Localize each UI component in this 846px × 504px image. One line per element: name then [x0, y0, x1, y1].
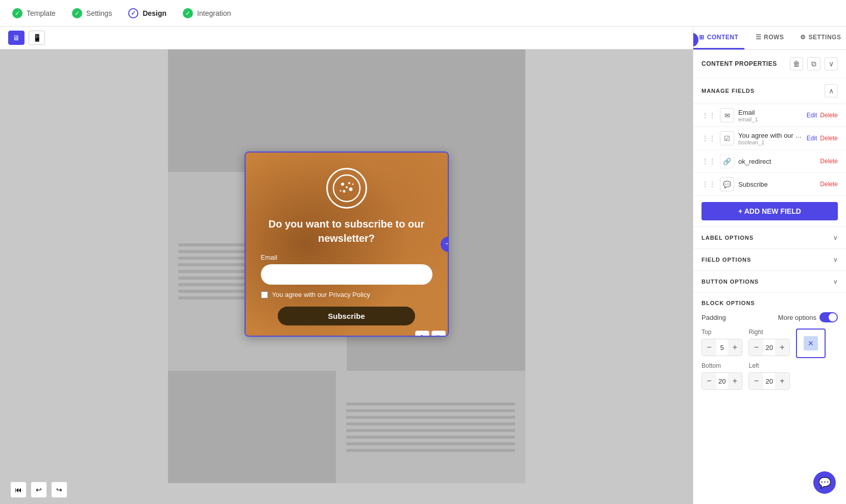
email-field-info: Email email_1 [738, 109, 803, 122]
padding-bottom-minus[interactable]: − [702, 373, 716, 389]
line-row [346, 449, 515, 452]
tab-content[interactable]: ⊞ CONTENT [693, 27, 744, 49]
padding-left-label: Left [748, 362, 789, 369]
drag-handle-redirect[interactable]: ⋮⋮ [702, 157, 716, 165]
content-tab-icon: ⊞ [699, 34, 705, 41]
tab-bar: ⊞ CONTENT ☰ ROWS ⚙ SETTINGS [693, 27, 846, 50]
padding-top-stepper: − 5 + [702, 339, 742, 356]
padding-right-minus[interactable]: − [749, 339, 763, 356]
rows-tab-icon: ☰ [756, 34, 762, 41]
boolean-delete-link[interactable]: Delete [820, 135, 838, 142]
popup-email-input[interactable] [261, 264, 432, 285]
button-options-header[interactable]: BUTTON OPTIONS ∨ [693, 271, 846, 292]
redirect-field-actions: Delete [820, 158, 838, 165]
bottom-gray-block [168, 371, 525, 483]
nav-step-settings-label: Settings [86, 9, 112, 17]
boolean-field-key: boolean_1 [738, 139, 803, 145]
content-properties-collapse-button[interactable]: ∨ [825, 57, 838, 70]
settings-tab-icon: ⚙ [800, 34, 806, 41]
padding-right-stepper: − 20 + [748, 339, 789, 356]
popup-delete-button[interactable]: 🗑 [415, 331, 429, 337]
svg-point-5 [346, 186, 348, 188]
email-field-actions: Edit Delete [807, 112, 838, 119]
padding-right-plus[interactable]: + [775, 339, 789, 356]
email-edit-link[interactable]: Edit [807, 112, 817, 119]
redo-button[interactable]: ↪ [51, 482, 67, 498]
tab-rows[interactable]: ☰ ROWS [744, 27, 795, 49]
drag-handle-subscribe[interactable]: ⋮⋮ [702, 180, 716, 188]
mobile-view-button[interactable]: 📱 [29, 31, 45, 45]
chat-fab-button[interactable]: 💬 [813, 471, 836, 494]
content-properties-copy-button[interactable]: ⧉ [807, 57, 820, 70]
popup-copy-button[interactable]: ⧉ [431, 331, 446, 337]
desktop-view-button[interactable]: 🖥 [8, 31, 25, 45]
nav-step-design-label: Design [142, 9, 166, 17]
padding-left-plus[interactable]: + [775, 373, 789, 389]
cookie-popup: Do you want to subscribe to our newslett… [245, 152, 449, 337]
redirect-field-info: ok_redirect [738, 158, 816, 165]
drag-handle-email[interactable]: ⋮⋮ [702, 111, 716, 119]
undo-button[interactable]: ↩ [31, 482, 47, 498]
padding-bottom-field: Bottom − 20 + [702, 362, 742, 390]
popup-checkbox-label: You agree with our Privacy Policy [272, 291, 370, 298]
settings-check-icon: ✓ [72, 8, 82, 18]
padding-left-minus[interactable]: − [749, 373, 763, 389]
more-options-row: More options [778, 312, 838, 322]
field-options-section: FIELD OPTIONS ∨ [693, 248, 846, 270]
manage-fields-header: MANAGE FIELDS ∧ [693, 78, 846, 104]
popup-inner: Do you want to subscribe to our newslett… [246, 153, 448, 336]
subscribe-delete-link[interactable]: Delete [820, 181, 838, 188]
undo-history-button[interactable]: ⏮ [10, 482, 27, 498]
content-properties-header: CONTENT PROPERTIES 🗑 ⧉ ∨ [693, 50, 846, 78]
privacy-checkbox[interactable] [261, 291, 268, 298]
field-row-boolean: ⋮⋮ ☑ You agree with our Privacy Policy b… [693, 127, 846, 150]
popup-email-label: Email [261, 254, 278, 261]
content-properties-title: CONTENT PROPERTIES [702, 60, 777, 67]
padding-label: Padding [702, 314, 726, 321]
nav-step-integration[interactable]: ✓ Integration [183, 8, 231, 18]
add-new-field-button[interactable]: + ADD NEW FIELD [702, 202, 838, 220]
canvas-area: 🖥 📱 [0, 27, 693, 504]
nav-step-settings[interactable]: ✓ Settings [72, 8, 112, 18]
svg-point-1 [341, 183, 344, 186]
label-options-chevron: ∨ [833, 234, 838, 241]
padding-top-minus[interactable]: − [702, 339, 716, 356]
svg-point-7 [352, 184, 353, 185]
page-wrapper: Do you want to subscribe to our newslett… [168, 49, 525, 483]
email-delete-link[interactable]: Delete [820, 112, 838, 119]
padding-preview-x-icon: ✕ [808, 339, 814, 347]
subscribe-type-icon: 💬 [720, 177, 734, 191]
top-navigation: ✓ Template ✓ Settings ✓ Design ✓ Integra… [0, 0, 846, 27]
padding-right-value: 20 [763, 342, 775, 354]
svg-point-2 [348, 182, 350, 184]
padding-bottom-value: 20 [716, 375, 728, 387]
popup-title: Do you want to subscribe to our newslett… [261, 217, 432, 245]
line-row [346, 429, 515, 432]
nav-step-template[interactable]: ✓ Template [12, 8, 56, 18]
label-options-header[interactable]: LABEL OPTIONS ∨ [693, 227, 846, 248]
more-options-toggle[interactable] [819, 312, 838, 322]
line-row [346, 442, 515, 445]
more-options-label: More options [778, 314, 816, 321]
padding-top-label: Top [702, 329, 742, 336]
drag-handle-boolean[interactable]: ⋮⋮ [702, 134, 716, 142]
rows-tab-label: ROWS [764, 34, 784, 41]
template-check-icon: ✓ [12, 8, 22, 18]
svg-point-4 [343, 190, 345, 193]
email-field-name: Email [738, 109, 803, 116]
padding-row: Padding More options [702, 312, 838, 322]
nav-step-template-label: Template [27, 9, 56, 17]
field-options-header[interactable]: FIELD OPTIONS ∨ [693, 249, 846, 270]
padding-controls: Top − 5 + Right − 20 + [702, 329, 838, 390]
padding-top-plus[interactable]: + [728, 339, 742, 356]
button-options-section: BUTTON OPTIONS ∨ [693, 270, 846, 292]
padding-bottom-plus[interactable]: + [728, 373, 742, 389]
nav-step-design[interactable]: ✓ Design [128, 8, 166, 18]
content-properties-delete-button[interactable]: 🗑 [790, 57, 803, 70]
tab-settings[interactable]: ⚙ SETTINGS [795, 27, 846, 49]
redirect-delete-link[interactable]: Delete [820, 158, 838, 165]
fields-list: ⋮⋮ ✉ Email email_1 Edit Delete ⋮⋮ ☑ You … [693, 104, 846, 196]
manage-fields-collapse-button[interactable]: ∧ [825, 84, 838, 97]
boolean-edit-link[interactable]: Edit [807, 135, 817, 142]
subscribe-button[interactable]: Subscribe [278, 307, 415, 325]
